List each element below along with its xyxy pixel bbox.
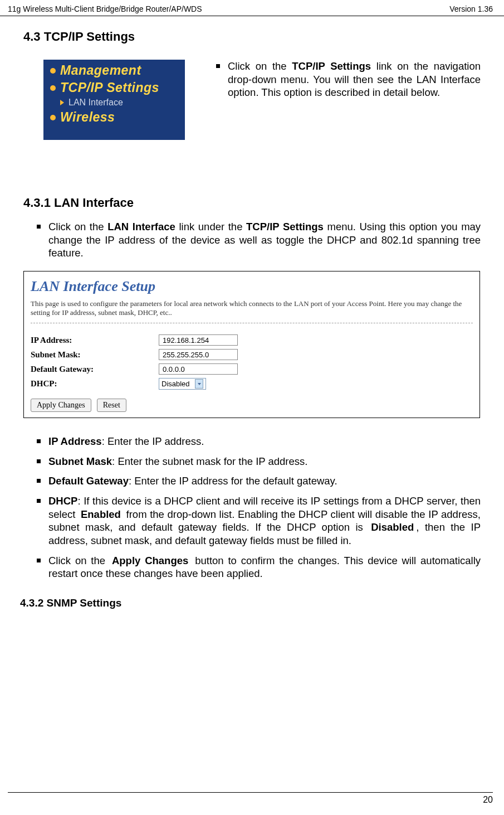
row-ip: IP Address: 192.168.1.254 [31,334,238,346]
nav-label: LAN Interface [68,98,123,108]
desc-ip: IP Address: Enter the IP address. [37,435,481,448]
description-text: Click on the TCP/IP Settings link on the… [228,60,481,99]
input-gateway[interactable]: 0.0.0.0 [159,363,238,375]
lan-panel-title: LAN Interface Setup [31,278,473,295]
row-dhcp: DHCP: Disabled [31,378,238,390]
nav-label: TCP/IP Settings [60,80,159,95]
label-dhcp: DHCP: [31,378,159,390]
reset-button[interactable]: Reset [97,399,126,412]
lan-interface-setup-screenshot: LAN Interface Setup This page is used to… [23,271,480,418]
page-footer: 20 [8,792,493,805]
square-bullet-icon [37,439,41,443]
select-value: Disabled [162,380,190,388]
nav-label: Management [60,63,141,78]
header-left: 11g Wireless Multi-Client Bridge/Bridge … [8,4,202,13]
label-mask: Subnet Mask: [31,349,159,360]
section-4-3-description: Click on the TCP/IP Settings link on the… [216,60,481,99]
nav-item-management: Management [46,62,183,79]
header-right: Version 1.36 [449,4,493,13]
square-bullet-icon [37,499,41,503]
arrow-icon [60,100,64,105]
desc-gateway: Default Gateway: Enter the IP address fo… [37,474,481,488]
section-4-3-1-heading: 4.3.1 LAN Interface [23,196,481,210]
square-bullet-icon [37,225,41,229]
nav-item-wireless: Wireless [46,109,183,126]
label-gateway: Default Gateway: [31,363,159,375]
intro-bullet: Click on the LAN Interface link under th… [37,220,481,260]
select-dhcp[interactable]: Disabled [159,378,206,390]
input-mask[interactable]: 255.255.255.0 [159,349,238,360]
bullet-icon [50,115,56,120]
nav-label: Wireless [60,110,115,125]
row-gateway: Default Gateway: 0.0.0.0 [31,363,238,375]
section-4-3-2-heading: 4.3.2 SNMP Settings [20,597,481,609]
square-bullet-icon [216,64,220,68]
row-mask: Subnet Mask: 255.255.255.0 [31,349,238,360]
input-ip[interactable]: 192.168.1.254 [159,334,238,346]
intro-text: Click on the LAN Interface link under th… [48,220,481,260]
label-ip: IP Address: [31,334,159,346]
field-descriptions: IP Address: Enter the IP address. Subnet… [37,435,481,580]
bullet-icon [50,68,56,74]
nav-menu-screenshot: Management TCP/IP Settings LAN Interface… [43,60,185,140]
desc-dhcp: DHCP: If this device is a DHCP client an… [37,494,481,547]
lan-panel-description: This page is used to configure the param… [31,299,473,317]
nav-item-lan-interface: LAN Interface [46,96,183,109]
section-4-3-body: Management TCP/IP Settings LAN Interface… [23,60,481,140]
square-bullet-icon [37,479,41,483]
divider [31,323,473,323]
section-4-3-heading: 4.3 TCP/IP Settings [23,30,481,44]
nav-item-tcpip: TCP/IP Settings [46,79,183,96]
page-number: 20 [483,795,493,804]
square-bullet-icon [37,459,41,463]
page-header: 11g Wireless Multi-Client Bridge/Bridge … [0,0,504,16]
square-bullet-icon [37,559,41,562]
apply-changes-button[interactable]: Apply Changes [31,399,91,412]
page-content: 4.3 TCP/IP Settings Management TCP/IP Se… [0,16,504,609]
lan-form: IP Address: 192.168.1.254 Subnet Mask: 2… [31,331,238,393]
desc-mask: Subnet Mask: Enter the subnet mask for t… [37,455,481,468]
section-4-3-1-intro: Click on the LAN Interface link under th… [37,220,481,260]
button-row: Apply Changes Reset [31,399,473,412]
chevron-down-icon [195,379,203,389]
desc-apply: Click on the Apply Changes button to con… [37,554,481,580]
bullet-icon [50,85,56,91]
